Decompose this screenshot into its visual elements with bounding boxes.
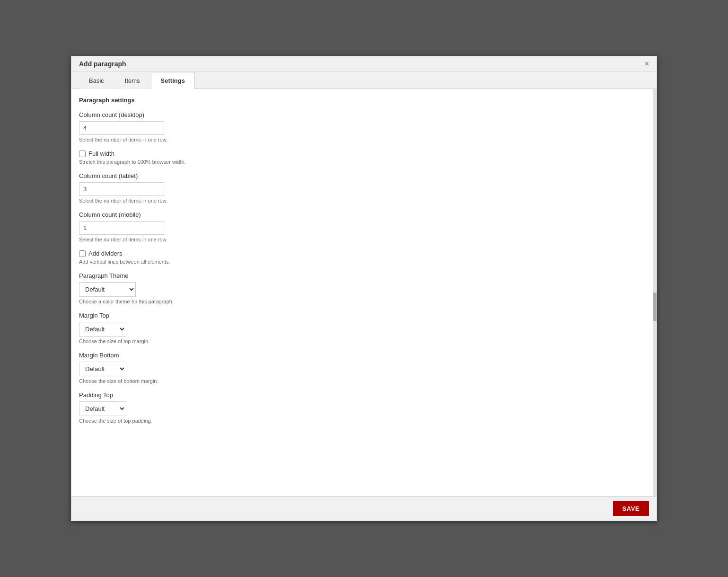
modal: Add paragraph × Basic Items Settings Par… xyxy=(71,56,657,521)
modal-body: Paragraph settings Column count (desktop… xyxy=(71,89,657,496)
add-dividers-checkbox[interactable] xyxy=(79,250,86,257)
column-count-desktop-group: Column count (desktop) Select the number… xyxy=(79,111,649,142)
margin-top-help: Choose the size of top margin. xyxy=(79,338,649,344)
scrollbar-thumb[interactable] xyxy=(653,293,657,321)
modal-header: Add paragraph × xyxy=(71,56,657,72)
column-count-mobile-help: Select the number of items in one row. xyxy=(79,237,649,242)
column-count-tablet-group: Column count (tablet) Select the number … xyxy=(79,172,649,204)
margin-top-group: Margin Top Default None Small Medium Lar… xyxy=(79,312,649,344)
column-count-mobile-label: Column count (mobile) xyxy=(79,211,649,218)
padding-top-help: Choose the size of top padding. xyxy=(79,418,649,424)
paragraph-theme-help: Choose a color theme for this paragraph. xyxy=(79,299,649,304)
tab-basic[interactable]: Basic xyxy=(79,72,114,89)
column-count-desktop-help: Select the number of items in one row. xyxy=(79,137,649,142)
column-count-mobile-group: Column count (mobile) Select the number … xyxy=(79,211,649,242)
tab-items[interactable]: Items xyxy=(115,72,150,89)
margin-bottom-label: Margin Bottom xyxy=(79,352,649,359)
full-width-group: Full width Stretch this paragraph to 100… xyxy=(79,150,649,165)
add-dividers-group: Add dividers Add vertical lines between … xyxy=(79,250,649,265)
save-button[interactable]: SAVE xyxy=(613,501,649,516)
margin-top-select[interactable]: Default None Small Medium Large xyxy=(79,322,126,337)
section-title: Paragraph settings xyxy=(79,97,649,104)
modal-footer: SAVE xyxy=(71,496,657,521)
scrollbar[interactable] xyxy=(653,89,657,496)
full-width-label[interactable]: Full width xyxy=(88,150,114,157)
paragraph-theme-label: Paragraph Theme xyxy=(79,272,649,279)
column-count-desktop-input[interactable] xyxy=(79,121,164,135)
add-dividers-label[interactable]: Add dividers xyxy=(88,250,123,257)
padding-top-label: Padding Top xyxy=(79,391,649,399)
tab-settings[interactable]: Settings xyxy=(151,72,195,89)
column-count-tablet-help: Select the number of items in one row. xyxy=(79,198,649,204)
padding-top-group: Padding Top Default None Small Medium La… xyxy=(79,391,649,424)
modal-title: Add paragraph xyxy=(79,60,126,68)
column-count-tablet-input[interactable] xyxy=(79,182,164,196)
close-button[interactable]: × xyxy=(645,60,649,68)
padding-top-select[interactable]: Default None Small Medium Large xyxy=(79,401,126,416)
margin-bottom-select[interactable]: Default None Small Medium Large xyxy=(79,362,126,376)
margin-bottom-group: Margin Bottom Default None Small Medium … xyxy=(79,352,649,384)
add-dividers-help: Add vertical lines between all elements. xyxy=(79,259,649,265)
column-count-desktop-label: Column count (desktop) xyxy=(79,111,649,118)
column-count-mobile-input[interactable] xyxy=(79,221,164,235)
paragraph-theme-group: Paragraph Theme Default Light Dark Custo… xyxy=(79,272,649,304)
margin-bottom-help: Choose the size of bottom margin. xyxy=(79,378,649,384)
full-width-help: Stretch this paragraph to 100% browser w… xyxy=(79,159,649,165)
tab-bar: Basic Items Settings xyxy=(71,72,657,89)
margin-top-label: Margin Top xyxy=(79,312,649,319)
column-count-tablet-label: Column count (tablet) xyxy=(79,172,649,179)
paragraph-theme-select[interactable]: Default Light Dark Custom xyxy=(79,282,136,297)
full-width-checkbox[interactable] xyxy=(79,151,86,157)
